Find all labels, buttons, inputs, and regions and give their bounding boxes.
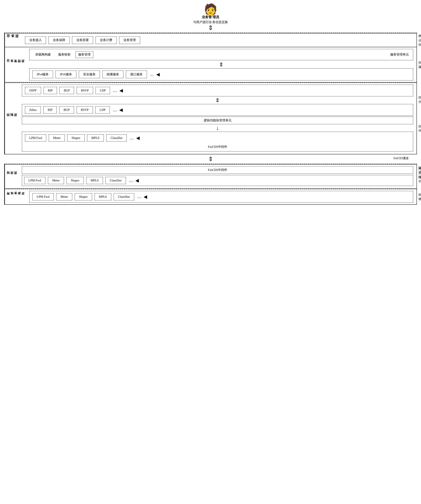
- svc-ipv4: IPv4服务: [32, 71, 53, 78]
- arrow-left-soft: ◄: [118, 107, 124, 113]
- soft-bgp: BGP: [59, 106, 74, 114]
- annot-network-control: 网络节点中的控制件: [419, 34, 421, 47]
- sh-mpls: MPLS: [95, 193, 111, 200]
- top-arrow: ⇕: [208, 24, 213, 31]
- arrow-left-sh: ◄: [142, 194, 148, 200]
- dots-sh: …: [137, 194, 141, 199]
- smbox-svcmgmt: 服务管理: [76, 51, 93, 58]
- annot-logical-func: 控制件中逻辑功能块实例: [419, 95, 421, 104]
- service-box-jieru: 业务接入: [25, 36, 46, 44]
- proto-ospf: OSPF: [25, 87, 41, 94]
- service-box-guanli: 业务管理: [119, 36, 140, 44]
- ctrl-shaper: Shaper: [67, 134, 85, 142]
- arrow-down-1: ↓: [22, 125, 413, 131]
- annot-soft-hard-fwd: 转发件中软硬件资源: [419, 192, 421, 201]
- proto-rsvp: RSVP: [77, 87, 93, 94]
- arrow-left-proto: ◄: [118, 87, 124, 94]
- service-box-bushu: 业务部署: [72, 36, 93, 44]
- fwd-logical-funcs-outer: LPM Fwd Meter Shaper MPLS Classifier … ◄: [22, 175, 413, 186]
- service-box-jifei: 业务计费: [96, 36, 117, 44]
- service-layer-section: 业务层 业务接入 业务保障 业务部署 业务计费 业务管理 网络节点中的控制件: [4, 33, 417, 47]
- svc-interface: 接口服务: [126, 71, 147, 78]
- smbox-carrier: 承载网构建: [33, 51, 53, 58]
- arrow-left-fwd: ◄: [134, 177, 140, 184]
- forwarder-vtext: 转发层: [5, 164, 18, 188]
- svc-mgmt-unit-label: 服务管理单元: [390, 53, 409, 57]
- ctrl-lpmfwd: LPM Fwd: [25, 134, 46, 142]
- service-mgmt-vtext: 业务管理层: [5, 47, 26, 82]
- proto-ldp: LDP: [96, 87, 110, 94]
- logic-func-mgmt-box: 逻辑功能块管理单元: [22, 117, 413, 124]
- arrow-between: ⇕: [29, 61, 413, 68]
- forwarder-content: ForCES中间件 LPM Fwd Meter Shaper MPLS Clas…: [18, 164, 416, 188]
- annot-soft-hard: 控制件中软硬件资源: [419, 124, 421, 133]
- fwd-components-row: LPM Fwd Meter Shaper MPLS Classifier … ◄: [24, 133, 411, 142]
- soft-zebra: Zebra: [25, 106, 41, 114]
- proto-rip: RIP: [43, 87, 57, 94]
- sh-lpmfwd: LPM Fwd: [32, 193, 54, 200]
- fwd-lpmfwd: LPM Fwd: [24, 177, 45, 184]
- person-label: 业务管 理员: [202, 15, 219, 19]
- exchange-label: 与用户进行业 务信息交换: [193, 20, 228, 24]
- sh-meter: Meter: [56, 193, 72, 200]
- service-mgmt-content: 承载网构建 服务映射 服务管理 服务管理单元 ⇕ IPv4服务 IPv6服务 安…: [26, 47, 416, 82]
- svc-ipv6: IPv6服务: [55, 71, 76, 78]
- control-content: OSPF RIP BGP RSVP LDP … ◄ ⇕ Zebra RIP: [18, 83, 416, 154]
- annot-logical-svc: 控制件中逻辑服务块实例: [419, 60, 421, 69]
- svc-multicast: 组播服务: [102, 71, 123, 78]
- fwd-logical-funcs-row: LPM Fwd Meter Shaper MPLS Classifier … ◄: [23, 176, 412, 185]
- dots-ctrl: …: [130, 136, 134, 140]
- channel-arrow: ⇕: [4, 156, 417, 162]
- service-box-baozhang: 业务保障: [48, 36, 70, 44]
- person-icon: 🧑: [204, 4, 217, 15]
- dots-svc: …: [150, 72, 154, 77]
- ctrl-mpls: MPLS: [87, 134, 104, 142]
- soft-hard-content: LPM Fwd Meter Shaper MPLS Classifier … ◄: [26, 189, 416, 204]
- ctrl-classifier: Classifier: [106, 134, 127, 142]
- arrow-left-svc: ◄: [155, 71, 161, 78]
- service-layer-vtext: 业务层: [5, 33, 20, 47]
- arrow-control-mid: ⇕: [22, 97, 413, 104]
- smbox-mapping: 服务映射: [56, 51, 73, 58]
- soft-rsvp: RSVP: [77, 106, 93, 114]
- sh-classifier: Classifier: [114, 193, 134, 200]
- fwd-shaper: Shaper: [66, 177, 84, 184]
- ctrl-meter: Meter: [49, 134, 65, 142]
- forces-channel-area: ⇕ ForCES通道: [4, 156, 417, 162]
- sh-shaper: Shaper: [75, 193, 92, 200]
- top-person-area: 🧑 业务管 理员 与用户进行业 务信息交换 ⇕: [4, 4, 417, 31]
- dots-proto: …: [113, 88, 117, 93]
- control-vtext: 控制层: [5, 83, 18, 154]
- service-mgmt-section: 业务管理层 承载网构建 服务映射 服务管理 服务管理单元 ⇕ IPv4服务: [4, 47, 417, 83]
- control-layer-section: 控制层 OSPF RIP BGP RSVP LDP … ◄ ⇕: [4, 83, 417, 154]
- proto-bgp: BGP: [60, 87, 74, 94]
- arrow-left-ctrl: ◄: [135, 135, 141, 141]
- svc-security: 安全服务: [79, 71, 100, 78]
- soft-hard-vtext: 网络资源层: [5, 189, 26, 204]
- fwd-mpls: MPLS: [86, 177, 103, 184]
- service-layer-content: 业务接入 业务保障 业务部署 业务计费 业务管理: [20, 33, 416, 47]
- dots-fwd: …: [129, 178, 133, 183]
- soft-ldp: LDP: [95, 106, 110, 114]
- fwd-meter: Meter: [48, 177, 64, 184]
- fwd-classifier: Classifier: [105, 177, 126, 184]
- forces-middleware-ctrl: ForCES中间件: [24, 144, 411, 150]
- annot-network-fwd: 网络节点中的转发件: [419, 167, 421, 180]
- soft-hard-forwarder-section: 网络资源层 LPM Fwd Meter Shaper MPLS Classifi…: [4, 189, 417, 205]
- forces-middleware-fwd: ForCES中间件: [22, 166, 413, 174]
- forwarder-section: 转发层 ForCES中间件 LPM Fwd Meter Shaper MPLS …: [4, 164, 417, 189]
- forces-channel-label: ForCES通道: [394, 156, 409, 160]
- soft-rip: RIP: [43, 106, 57, 114]
- dots-soft: …: [113, 108, 117, 112]
